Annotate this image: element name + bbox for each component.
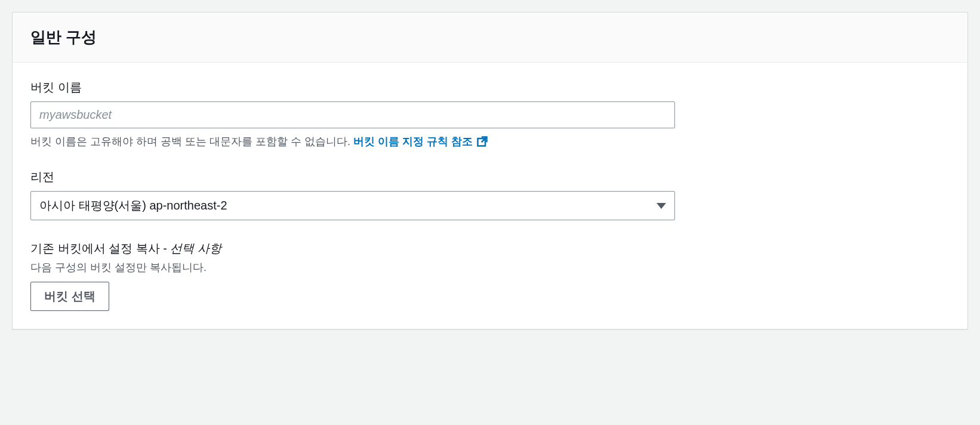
general-config-panel: 일반 구성 버킷 이름 버킷 이름은 고유해야 하며 공백 또는 대문자를 포함… [12,12,968,329]
bucket-naming-rules-link[interactable]: 버킷 이름 지정 규칙 참조 [353,134,488,149]
bucket-name-input[interactable] [30,101,675,128]
bucket-naming-rules-link-text: 버킷 이름 지정 규칙 참조 [353,134,473,149]
chevron-down-icon [657,203,666,209]
external-link-icon [476,135,488,147]
copy-settings-description: 다음 구성의 버킷 설정만 복사됩니다. [30,260,675,275]
copy-settings-group: 기존 버킷에서 설정 복사 - 선택 사항 다음 구성의 버킷 설정만 복사됩니… [30,241,675,311]
copy-settings-label-optional: 선택 사항 [170,242,221,255]
choose-bucket-button[interactable]: 버킷 선택 [30,282,109,311]
panel-header: 일반 구성 [13,13,967,63]
region-select[interactable]: 아시아 태평양(서울) ap-northeast-2 [30,191,675,220]
panel-title: 일반 구성 [30,27,950,48]
region-label: 리전 [30,169,675,185]
region-select-wrapper: 아시아 태평양(서울) ap-northeast-2 [30,191,675,220]
region-group: 리전 아시아 태평양(서울) ap-northeast-2 [30,169,675,220]
panel-body: 버킷 이름 버킷 이름은 고유해야 하며 공백 또는 대문자를 포함할 수 없습… [13,63,967,329]
region-select-value: 아시아 태평양(서울) ap-northeast-2 [39,198,227,214]
copy-settings-label: 기존 버킷에서 설정 복사 - 선택 사항 [30,241,675,257]
bucket-name-help: 버킷 이름은 고유해야 하며 공백 또는 대문자를 포함할 수 없습니다. 버킷… [30,134,675,149]
bucket-name-help-text: 버킷 이름은 고유해야 하며 공백 또는 대문자를 포함할 수 없습니다. [30,135,353,147]
bucket-name-group: 버킷 이름 버킷 이름은 고유해야 하며 공백 또는 대문자를 포함할 수 없습… [30,79,675,149]
bucket-name-label: 버킷 이름 [30,79,675,96]
copy-settings-label-main: 기존 버킷에서 설정 복사 - [30,242,170,255]
